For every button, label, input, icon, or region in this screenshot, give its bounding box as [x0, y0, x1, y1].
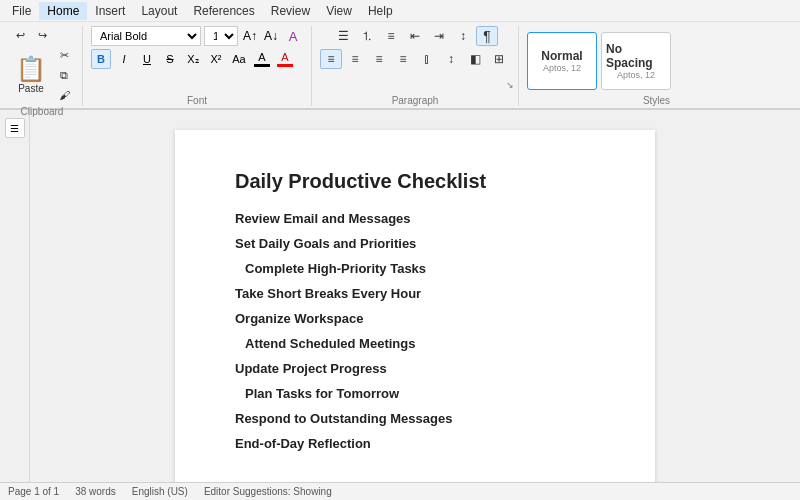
status-words: 38 words [75, 486, 116, 497]
checklist-item-6: Update Project Progress [235, 361, 595, 376]
status-language: English (US) [132, 486, 188, 497]
menu-view[interactable]: View [318, 2, 360, 20]
subscript-button[interactable]: X₂ [183, 49, 203, 69]
shading-button[interactable]: ◧ [464, 49, 486, 69]
style-normal-card[interactable]: Normal Aptos, 12 [527, 32, 597, 90]
status-bar: Page 1 of 1 38 words English (US) Editor… [0, 482, 800, 500]
styles-label: Styles [527, 95, 786, 106]
font-shrink-button[interactable]: A↓ [262, 26, 280, 46]
sort-button[interactable]: ↕ [452, 26, 474, 46]
sidebar: ☰ [0, 110, 30, 482]
menu-review[interactable]: Review [263, 2, 318, 20]
para-row1: ☰ ⒈ ≡ ⇤ ⇥ ↕ ¶ [332, 26, 498, 46]
ribbon: ↩ ↪ 📋 Paste ✂ ⧉ 🖌 Clipboard Arial Bold [0, 22, 800, 110]
bold-button[interactable]: B [91, 49, 111, 69]
clipboard-secondary: ✂ ⧉ 🖌 [54, 46, 74, 104]
paragraph-expand[interactable]: ↘ [506, 80, 514, 90]
para-row2: ≡ ≡ ≡ ≡ ⫿ ↕ ◧ ⊞ [320, 49, 510, 69]
increase-indent-button[interactable]: ⇥ [428, 26, 450, 46]
italic-button[interactable]: I [114, 49, 134, 69]
checklist-item-8: Respond to Outstanding Messages [235, 411, 595, 426]
styles-group: Normal Aptos, 12 No Spacing Aptos, 12 St… [519, 26, 794, 106]
style-nospacing-name: No Spacing [606, 42, 666, 70]
clipboard-group: ↩ ↪ 📋 Paste ✂ ⧉ 🖌 Clipboard [6, 26, 83, 106]
align-center-button[interactable]: ≡ [344, 49, 366, 69]
columns-button[interactable]: ⫿ [416, 49, 438, 69]
multilevel-button[interactable]: ≡ [380, 26, 402, 46]
bullets-button[interactable]: ☰ [332, 26, 354, 46]
paragraph-group: ☰ ⒈ ≡ ⇤ ⇥ ↕ ¶ ≡ ≡ ≡ ≡ ⫿ ↕ ◧ ⊞ ↘ Paragrap… [312, 26, 519, 106]
underline-button[interactable]: U [137, 49, 157, 69]
paste-icon: 📋 [16, 57, 46, 81]
superscript-button[interactable]: X² [206, 49, 226, 69]
menu-layout[interactable]: Layout [133, 2, 185, 20]
numbering-button[interactable]: ⒈ [356, 26, 378, 46]
align-left-button[interactable]: ≡ [320, 49, 342, 69]
checklist-item-1: Set Daily Goals and Priorities [235, 236, 595, 251]
borders-button[interactable]: ⊞ [488, 49, 510, 69]
style-nospacing-sub: Aptos, 12 [617, 70, 655, 80]
strikethrough-button[interactable]: S [160, 49, 180, 69]
document-area[interactable]: Daily Productive Checklist Review Email … [30, 110, 800, 482]
font-label: Font [91, 93, 303, 106]
font-size-select[interactable]: 12 [204, 26, 238, 46]
status-page: Page 1 of 1 [8, 486, 59, 497]
menu-file[interactable]: File [4, 2, 39, 20]
status-editor: Editor Suggestions: Showing [204, 486, 332, 497]
font-color-button[interactable]: A [275, 49, 295, 69]
font-grow-button[interactable]: A↑ [241, 26, 259, 46]
text-case-button[interactable]: Aa [229, 49, 249, 69]
redo-button[interactable]: ↪ [32, 26, 52, 44]
align-right-button[interactable]: ≡ [368, 49, 390, 69]
format-painter-button[interactable]: 🖌 [54, 86, 74, 104]
style-normal-sub: Aptos, 12 [543, 63, 581, 73]
checklist-item-0: Review Email and Messages [235, 211, 595, 226]
cut-button[interactable]: ✂ [54, 46, 74, 64]
checklist-item-5: Attend Scheduled Meetings [235, 336, 595, 351]
line-spacing-button[interactable]: ↕ [440, 49, 462, 69]
copy-button[interactable]: ⧉ [54, 66, 74, 84]
undo-button[interactable]: ↩ [10, 26, 30, 44]
menu-help[interactable]: Help [360, 2, 401, 20]
checklist-item-9: End-of-Day Reflection [235, 436, 595, 451]
paste-label: Paste [18, 83, 44, 94]
checklist-item-2: Complete High-Priority Tasks [235, 261, 595, 276]
main-area: ☰ Daily Productive Checklist Review Emai… [0, 110, 800, 482]
document-title: Daily Productive Checklist [235, 170, 595, 193]
checklist-item-7: Plan Tasks for Tomorrow [235, 386, 595, 401]
show-marks-button[interactable]: ¶ [476, 26, 498, 46]
font-row2: B I U S X₂ X² Aa A A [91, 49, 295, 69]
paragraph-label: Paragraph [320, 93, 510, 106]
font-family-select[interactable]: Arial Bold [91, 26, 201, 46]
sidebar-icon[interactable]: ☰ [5, 118, 25, 138]
menu-references[interactable]: References [185, 2, 262, 20]
decrease-indent-button[interactable]: ⇤ [404, 26, 426, 46]
justify-button[interactable]: ≡ [392, 49, 414, 69]
highlight-button[interactable]: A [252, 49, 272, 69]
style-nospacing-card[interactable]: No Spacing Aptos, 12 [601, 32, 671, 90]
clear-format-button[interactable]: A [283, 26, 303, 46]
style-normal-name: Normal [541, 49, 582, 63]
font-row1: Arial Bold 12 A↑ A↓ A [91, 26, 303, 46]
paste-button[interactable]: 📋 Paste [10, 46, 52, 104]
menu-home[interactable]: Home [39, 2, 87, 20]
font-group: Arial Bold 12 A↑ A↓ A B I U S X₂ X² Aa [83, 26, 312, 106]
menu-bar: File Home Insert Layout References Revie… [0, 0, 800, 22]
menu-insert[interactable]: Insert [87, 2, 133, 20]
document-page: Daily Productive Checklist Review Email … [175, 130, 655, 482]
clipboard-label: Clipboard [10, 104, 74, 117]
checklist-item-4: Organize Workspace [235, 311, 595, 326]
checklist-item-3: Take Short Breaks Every Hour [235, 286, 595, 301]
